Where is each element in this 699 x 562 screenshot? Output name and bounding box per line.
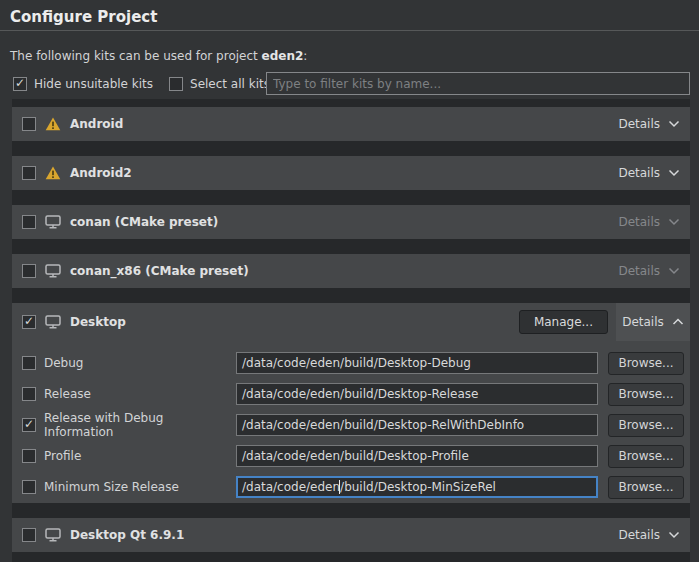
project-name: eden2 — [262, 49, 304, 63]
chevron-down-icon — [668, 120, 680, 128]
filter-row: Hide unsuitable kits Select all kits — [13, 77, 286, 91]
build-dir-input[interactable]: /data/code/eden/build/Desktop-RelWithDeb… — [236, 414, 598, 436]
kit-checkbox[interactable] — [22, 315, 36, 329]
kit-details-toggle[interactable]: Details — [618, 166, 680, 180]
desktop-icon — [45, 264, 61, 278]
title-separator — [0, 30, 699, 31]
build-config-row-debug: Debug /data/code/eden/build/Desktop-Debu… — [12, 352, 690, 374]
kit-details-toggle: Details — [618, 215, 680, 229]
kit-checkbox[interactable] — [22, 117, 36, 131]
details-label: Details — [618, 528, 660, 542]
build-dir-text: /data/code/eden/build/Desktop-RelWithDeb… — [242, 418, 524, 432]
chevron-down-icon — [668, 218, 680, 226]
browse-button[interactable]: Browse... — [608, 445, 684, 468]
chevron-down-icon — [668, 531, 680, 539]
build-config-row-minsizerel: Minimum Size Release /data/code/eden/bui… — [12, 476, 690, 498]
kit-row-conan: conan (CMake preset) Details — [12, 205, 690, 239]
kit-checkbox[interactable] — [22, 264, 36, 278]
desktop-icon — [45, 315, 61, 329]
kit-details-toggle[interactable]: Details — [616, 303, 690, 341]
intro-prefix: The following kits can be used for proje… — [10, 49, 262, 63]
select-all-checkbox[interactable] — [169, 77, 183, 91]
build-config-list: Debug /data/code/eden/build/Desktop-Debu… — [12, 341, 690, 498]
browse-button[interactable]: Browse... — [608, 352, 684, 375]
kit-checkbox[interactable] — [22, 166, 36, 180]
build-config-row-profile: Profile /data/code/eden/build/Desktop-Pr… — [12, 445, 690, 467]
chevron-down-icon — [668, 267, 680, 275]
kit-row-desktop: Desktop Manage... Details — [12, 303, 690, 341]
kit-details-toggle[interactable]: Details — [618, 528, 680, 542]
build-config-row-release: Release /data/code/eden/build/Desktop-Re… — [12, 383, 690, 405]
build-dir-text: /data/code/eden/build/Desktop-MinSizeRel — [242, 480, 496, 494]
build-config-label: Minimum Size Release — [44, 480, 236, 494]
kit-details-toggle: Details — [618, 264, 680, 278]
build-config-label: Profile — [44, 449, 236, 463]
kit-row-conan-x86: conan_x86 (CMake preset) Details — [12, 254, 690, 288]
build-config-checkbox[interactable] — [22, 418, 36, 432]
build-dir-input[interactable]: /data/code/eden/build/Desktop-MinSizeRel — [236, 476, 598, 498]
kit-details-toggle[interactable]: Details — [618, 117, 680, 131]
warning-icon — [45, 117, 61, 131]
build-config-checkbox[interactable] — [22, 480, 36, 494]
kit-checkbox[interactable] — [22, 215, 36, 229]
build-config-checkbox[interactable] — [22, 356, 36, 370]
details-label: Details — [618, 264, 660, 278]
warning-icon — [45, 166, 61, 180]
kit-name: conan_x86 (CMake preset) — [70, 264, 249, 278]
kit-filter-input[interactable] — [266, 72, 690, 95]
build-config-label: Release — [44, 387, 236, 401]
kit-checkbox[interactable] — [22, 528, 36, 542]
page-title: Configure Project — [10, 8, 157, 26]
build-config-label: Release with Debug Information — [44, 411, 236, 439]
build-config-row-relwithdebinfo: Release with Debug Information /data/cod… — [12, 414, 690, 436]
kit-row-desktop-qt: Desktop Qt 6.9.1 Details — [12, 518, 690, 552]
browse-button[interactable]: Browse... — [608, 383, 684, 406]
hide-unsuitable-label[interactable]: Hide unsuitable kits — [34, 77, 153, 91]
details-label: Details — [618, 166, 660, 180]
build-config-label: Debug — [44, 356, 236, 370]
details-label: Details — [622, 315, 664, 329]
kit-name: Android2 — [70, 166, 132, 180]
browse-button[interactable]: Browse... — [608, 476, 684, 499]
chevron-up-icon — [672, 318, 684, 326]
chevron-down-icon — [668, 169, 680, 177]
kit-list: Android Details Android2 Details conan (… — [12, 99, 690, 562]
build-dir-text: /data/code/eden/build/Desktop-Profile — [242, 449, 469, 463]
kit-name: conan (CMake preset) — [70, 215, 218, 229]
build-dir-input[interactable]: /data/code/eden/build/Desktop-Debug — [236, 352, 598, 374]
build-config-checkbox[interactable] — [22, 449, 36, 463]
build-dir-input[interactable]: /data/code/eden/build/Desktop-Profile — [236, 445, 598, 467]
build-dir-text: /data/code/eden/build/Desktop-Debug — [242, 356, 471, 370]
intro-text: The following kits can be used for proje… — [10, 49, 307, 63]
text-caret — [339, 480, 340, 494]
kit-section-desktop: Desktop Manage... Details Debug /data/co… — [12, 303, 690, 503]
manage-kits-button[interactable]: Manage... — [519, 310, 608, 334]
intro-suffix: : — [303, 49, 307, 63]
desktop-icon — [45, 528, 61, 542]
select-all-label[interactable]: Select all kits — [190, 77, 270, 91]
build-dir-input[interactable]: /data/code/eden/build/Desktop-Release — [236, 383, 598, 405]
kit-name: Desktop — [70, 315, 126, 329]
kit-name: Desktop Qt 6.9.1 — [70, 528, 184, 542]
browse-button[interactable]: Browse... — [608, 414, 684, 437]
details-label: Details — [618, 117, 660, 131]
kit-row-android2: Android2 Details — [12, 156, 690, 190]
build-config-checkbox[interactable] — [22, 387, 36, 401]
kit-name: Android — [70, 117, 123, 131]
kit-row-android: Android Details — [12, 107, 690, 141]
desktop-icon — [45, 215, 61, 229]
build-dir-text: /data/code/eden/build/Desktop-Release — [242, 387, 478, 401]
hide-unsuitable-checkbox[interactable] — [13, 77, 27, 91]
details-label: Details — [618, 215, 660, 229]
